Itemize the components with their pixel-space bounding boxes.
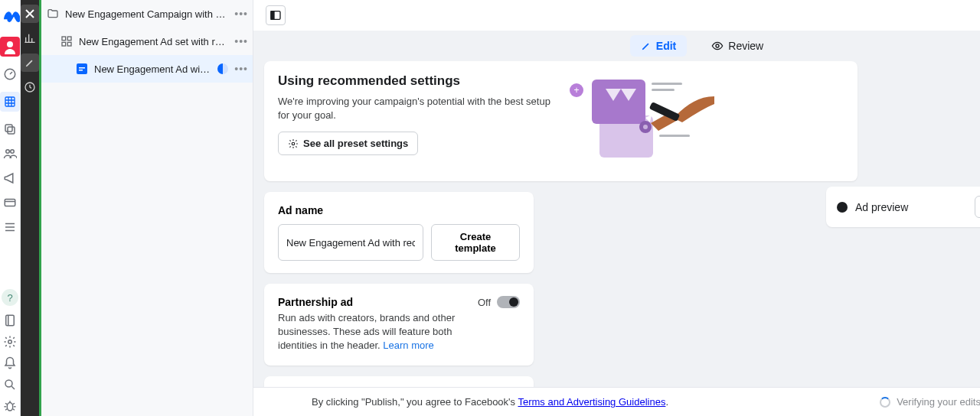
terms-link[interactable]: Terms and Advertising Guidelines bbox=[518, 396, 665, 408]
ad-name-input[interactable] bbox=[278, 224, 423, 261]
tab-review-label: Review bbox=[728, 40, 763, 52]
svg-point-10 bbox=[5, 380, 12, 387]
see-preset-label: See all preset settings bbox=[303, 138, 408, 149]
svg-rect-8 bbox=[6, 315, 15, 326]
progress-half-icon bbox=[217, 63, 228, 74]
partnership-card: Partnership ad Run ads with creators, br… bbox=[264, 284, 534, 366]
svg-rect-13 bbox=[62, 37, 66, 41]
more-icon[interactable]: ••• bbox=[234, 63, 248, 75]
tree-adset-label: New Engagement Ad set with reco… bbox=[79, 36, 228, 47]
learn-more-link[interactable]: Learn more bbox=[383, 340, 433, 351]
hero-desc: We're improving your campaign's potentia… bbox=[278, 95, 554, 122]
svg-rect-14 bbox=[67, 37, 71, 41]
svg-rect-15 bbox=[62, 42, 66, 46]
preview-label: Ad preview bbox=[855, 201, 967, 213]
copy-icon[interactable] bbox=[3, 122, 17, 136]
svg-rect-18 bbox=[79, 67, 85, 69]
tree-ad-label: New Engagement Ad with rec… bbox=[94, 63, 211, 75]
topbar bbox=[253, 0, 980, 31]
tree-ad-row[interactable]: New Engagement Ad with rec… ••• bbox=[39, 55, 253, 83]
svg-rect-30 bbox=[652, 89, 675, 91]
tab-edit[interactable]: Edit bbox=[630, 35, 687, 57]
editor-rail bbox=[21, 0, 39, 416]
grid-icon bbox=[60, 35, 73, 47]
svg-point-6 bbox=[11, 150, 15, 154]
people-icon[interactable] bbox=[3, 147, 17, 161]
history-icon[interactable] bbox=[21, 78, 39, 96]
search-icon[interactable] bbox=[3, 378, 17, 392]
table-icon[interactable] bbox=[0, 92, 20, 112]
svg-rect-19 bbox=[79, 70, 83, 71]
agree-text: By clicking "Publish," you agree to Face… bbox=[312, 396, 668, 408]
verify-status: Verifying your edits… bbox=[880, 396, 980, 408]
folder-icon bbox=[47, 8, 59, 20]
bug-icon[interactable] bbox=[3, 399, 17, 413]
spinner-icon bbox=[880, 397, 890, 408]
ad-icon bbox=[76, 63, 88, 75]
more-icon[interactable]: ••• bbox=[234, 8, 248, 20]
megaphone-icon[interactable] bbox=[3, 171, 17, 185]
svg-rect-7 bbox=[5, 200, 15, 206]
tab-review[interactable]: Review bbox=[701, 35, 774, 57]
footer-bar: By clicking "Publish," you agree to Face… bbox=[253, 387, 980, 416]
card-icon[interactable] bbox=[3, 196, 17, 210]
more-icon[interactable]: ••• bbox=[234, 35, 248, 47]
structure-tree: New Engagement Campaign with reco… ••• N… bbox=[39, 0, 253, 416]
see-preset-button[interactable]: See all preset settings bbox=[278, 132, 418, 155]
svg-rect-27 bbox=[592, 80, 645, 124]
advanced-preview-button[interactable]: Advanced preview bbox=[975, 196, 980, 218]
svg-rect-16 bbox=[67, 42, 71, 46]
main-area: Edit Review Using recommended settings W… bbox=[253, 0, 980, 416]
partnership-state: Off bbox=[478, 297, 491, 308]
gear-icon[interactable] bbox=[3, 335, 17, 349]
tree-adset-row[interactable]: New Engagement Ad set with reco… ••• bbox=[39, 28, 253, 55]
svg-rect-4 bbox=[5, 125, 12, 132]
help-icon[interactable]: ? bbox=[2, 289, 18, 306]
svg-point-5 bbox=[6, 150, 10, 154]
notebook-icon[interactable] bbox=[3, 314, 17, 327]
hero-illustration: + bbox=[569, 73, 714, 169]
svg-rect-29 bbox=[652, 83, 682, 85]
meta-logo[interactable] bbox=[0, 6, 20, 26]
gauge-icon[interactable] bbox=[3, 67, 17, 81]
close-button[interactable] bbox=[21, 5, 39, 23]
svg-point-0 bbox=[7, 41, 13, 47]
svg-rect-21 bbox=[271, 11, 274, 20]
svg-text:+: + bbox=[573, 85, 579, 96]
menu-icon[interactable] bbox=[3, 220, 17, 234]
tree-campaign-label: New Engagement Campaign with reco… bbox=[65, 8, 228, 20]
svg-point-9 bbox=[8, 340, 12, 344]
account-avatar[interactable] bbox=[0, 37, 20, 57]
mode-tabs: Edit Review bbox=[253, 31, 980, 61]
bell-icon[interactable] bbox=[3, 356, 17, 370]
partnership-toggle[interactable] bbox=[497, 296, 520, 308]
chart-icon[interactable] bbox=[21, 29, 39, 47]
ad-name-title: Ad name bbox=[278, 204, 520, 216]
svg-rect-2 bbox=[5, 97, 15, 106]
ad-preview-card: Ad preview Advanced preview bbox=[826, 187, 980, 227]
partnership-title: Partnership ad bbox=[278, 296, 469, 308]
preview-status-dot bbox=[837, 202, 848, 213]
recommended-settings-card: Using recommended settings We're improvi… bbox=[264, 61, 858, 181]
pencil-icon[interactable] bbox=[21, 54, 39, 72]
global-nav-rail: ? bbox=[0, 0, 21, 416]
ad-name-card: Ad name Create template bbox=[264, 192, 534, 273]
svg-point-23 bbox=[292, 142, 295, 145]
svg-rect-17 bbox=[77, 63, 87, 74]
verify-label: Verifying your edits… bbox=[897, 396, 980, 408]
svg-rect-3 bbox=[8, 127, 15, 134]
svg-rect-31 bbox=[659, 135, 690, 137]
hero-title: Using recommended settings bbox=[278, 73, 554, 89]
svg-point-22 bbox=[716, 44, 719, 47]
tab-edit-label: Edit bbox=[656, 40, 676, 52]
svg-point-33 bbox=[643, 125, 648, 129]
svg-point-11 bbox=[7, 403, 13, 411]
create-template-button[interactable]: Create template bbox=[431, 224, 520, 261]
tree-campaign-row[interactable]: New Engagement Campaign with reco… ••• bbox=[39, 0, 253, 28]
content-scroll: Using recommended settings We're improvi… bbox=[253, 61, 980, 416]
panel-toggle-button[interactable] bbox=[266, 5, 286, 25]
